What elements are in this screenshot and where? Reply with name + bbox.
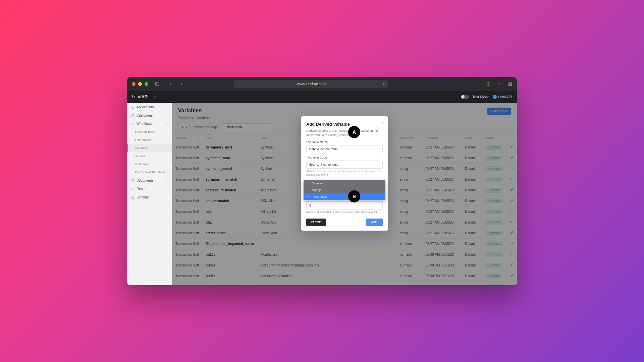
dropdown-option-label: Percentage (312, 195, 327, 198)
sidebar-item-label: Reports (137, 187, 148, 191)
variable-name-label: *Variable Name (306, 140, 383, 144)
svg-rect-8 (510, 84, 512, 85)
sidebar-toggle-icon[interactable] (155, 81, 160, 86)
dropdown-option-percentage[interactable]: ✓Percentage (304, 193, 385, 200)
sidebar-item-label: Customers (137, 114, 153, 117)
back-button[interactable] (168, 81, 173, 86)
sidebar-item-label: Decision Trees (135, 130, 155, 134)
variable-name-input[interactable] (306, 145, 383, 153)
cube-icon (131, 106, 135, 109)
flow-icon (131, 122, 135, 126)
svg-rect-10 (132, 114, 134, 117)
check-icon (307, 182, 310, 185)
maximize-window-button[interactable] (145, 82, 148, 86)
decimal-limit-hint: Number of digits that needs to be shown … (306, 210, 383, 214)
logo-text-bold: API (142, 95, 149, 99)
sidebar-item-actions[interactable]: Actions (127, 152, 172, 160)
variable-code-label: *Variable Code (306, 156, 383, 159)
dropdown-option-regular[interactable]: Regular (304, 180, 385, 187)
modal-description: Derived variable is a composite variable… (306, 129, 383, 137)
browser-window: www.lendapi.com ↻ LendAPI ≡ Test Mode (127, 77, 517, 285)
sidebar-item-decision-trees[interactable]: Decision Trees (127, 128, 172, 136)
reload-icon[interactable]: ↻ (383, 82, 386, 86)
svg-rect-14 (132, 196, 134, 198)
logo-text-light: Lend (132, 95, 142, 99)
sidebar-item-label: Outcomes (135, 163, 149, 166)
svg-rect-5 (508, 82, 509, 83)
chevron-down-icon: ⌄ (165, 196, 168, 199)
app: LendAPI ≡ Test Mode LendAPI Applications… (127, 91, 517, 285)
sidebar-item-customers[interactable]: Customers (127, 111, 172, 120)
check-icon (307, 189, 310, 191)
sidebar-item-outcomes[interactable]: Outcomes (127, 160, 172, 168)
dropdown-option-money[interactable]: Money (304, 187, 385, 193)
sidebar: ApplicationsCustomersWorkflows⌄Decision … (127, 103, 172, 285)
sidebar-item-label: Offer Tables (135, 138, 151, 142)
user-menu[interactable]: LendAPI (493, 95, 512, 99)
svg-rect-6 (510, 82, 512, 83)
sidebar-item-variables[interactable]: Variables (127, 144, 172, 152)
url-bar[interactable]: www.lendapi.com ↻ (234, 80, 388, 88)
callout-b: B (348, 190, 360, 202)
user-avatar-icon (493, 95, 497, 99)
check-icon: ✓ (307, 195, 310, 198)
dropdown-option-label: Regular (312, 182, 322, 185)
sidebar-item-workflows[interactable]: Workflows⌄ (127, 120, 172, 128)
sidebar-item-label: Actions (135, 155, 145, 158)
decimal-limit-input[interactable] (306, 201, 383, 209)
sidebar-item-label: Workflows (137, 122, 152, 126)
modal-close-button[interactable]: CLOSE (306, 219, 326, 226)
sidebar-item-label: Applications (137, 105, 155, 109)
sidebar-item-applications[interactable]: Applications (127, 103, 172, 111)
add-derived-variable-modal: × Add Derived Variable Derived variable … (301, 116, 388, 231)
svg-rect-7 (508, 84, 509, 85)
sidebar-item-label: Documents (137, 179, 154, 182)
format-dropdown-panel: RegularMoney✓Percentage (304, 180, 385, 200)
sidebar-item-label: Settings (137, 195, 149, 199)
user-icon (131, 114, 135, 117)
modal-add-button[interactable]: ADD (366, 219, 383, 226)
app-logo: LendAPI (132, 95, 149, 99)
variable-code-hint: Allow lower case letter or number, or un… (306, 170, 383, 177)
minimize-window-button[interactable] (138, 82, 142, 86)
callout-a: A (348, 126, 360, 138)
svg-rect-13 (132, 188, 134, 190)
test-mode-toggle[interactable] (461, 95, 469, 99)
sidebar-item-settings[interactable]: Settings⌄ (127, 193, 172, 201)
modal-title: Add Derived Variable (306, 122, 383, 127)
chevron-down-icon: ⌄ (165, 179, 168, 182)
sidebar-item-reports[interactable]: Reports (127, 185, 172, 193)
sidebar-item-doc-upload-templates[interactable]: Doc Upload Templates (127, 168, 172, 176)
new-tab-icon[interactable] (497, 81, 501, 86)
sidebar-item-label: Variables (135, 146, 148, 150)
traffic-lights (132, 82, 148, 86)
variable-code-input[interactable] (306, 161, 383, 169)
dropdown-option-label: Money (312, 188, 321, 192)
test-mode-label: Test Mode (472, 95, 489, 99)
svg-rect-12 (132, 179, 134, 182)
tabs-icon[interactable] (507, 81, 512, 86)
sidebar-item-offer-tables[interactable]: Offer Tables (127, 136, 172, 144)
main-content: Variables Workflows / Variables + ADD NE… (172, 103, 517, 285)
sidebar-collapse-icon[interactable]: ≡ (153, 95, 156, 99)
sidebar-item-documents[interactable]: Documents⌄ (127, 176, 172, 185)
forward-button[interactable] (179, 81, 184, 86)
chevron-down-icon: ⌄ (165, 122, 168, 126)
svg-rect-9 (132, 106, 134, 108)
svg-rect-11 (132, 123, 134, 125)
svg-rect-0 (156, 82, 159, 85)
share-icon[interactable] (486, 81, 491, 86)
report-icon (131, 187, 135, 191)
sidebar-item-label: Doc Upload Templates (135, 171, 165, 174)
app-topbar: LendAPI ≡ Test Mode LendAPI (127, 91, 517, 103)
user-label: LendAPI (498, 95, 512, 99)
browser-chrome: www.lendapi.com ↻ (127, 77, 517, 91)
gear-icon (131, 196, 135, 199)
modal-close-icon[interactable]: × (382, 120, 384, 125)
close-window-button[interactable] (132, 82, 136, 86)
doc-icon (131, 179, 135, 182)
url-text: www.lendapi.com (297, 82, 326, 86)
